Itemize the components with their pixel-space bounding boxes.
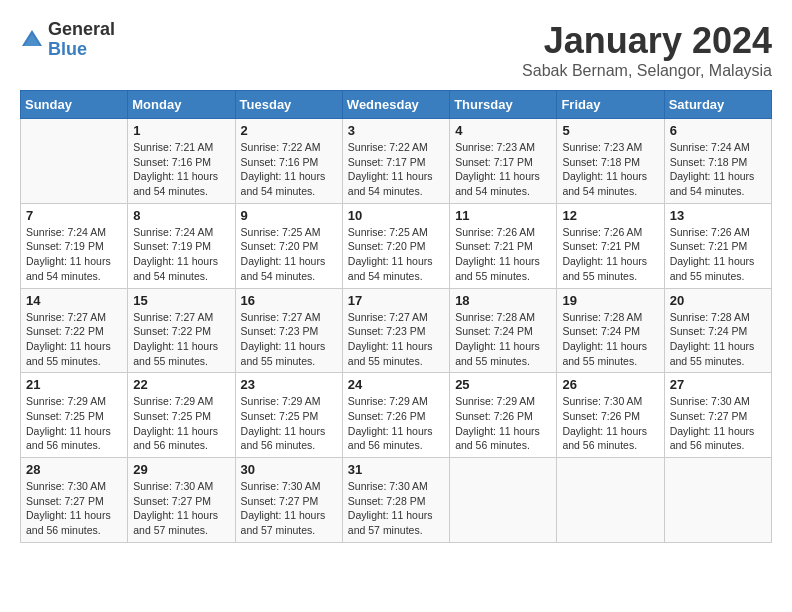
logo-general: General bbox=[48, 20, 115, 40]
day-info: Sunrise: 7:26 AM Sunset: 7:21 PM Dayligh… bbox=[670, 225, 766, 284]
day-info: Sunrise: 7:22 AM Sunset: 7:16 PM Dayligh… bbox=[241, 140, 337, 199]
calendar-cell: 17Sunrise: 7:27 AM Sunset: 7:23 PM Dayli… bbox=[342, 288, 449, 373]
day-header-saturday: Saturday bbox=[664, 91, 771, 119]
day-number: 5 bbox=[562, 123, 658, 138]
day-info: Sunrise: 7:24 AM Sunset: 7:19 PM Dayligh… bbox=[133, 225, 229, 284]
calendar-cell: 29Sunrise: 7:30 AM Sunset: 7:27 PM Dayli… bbox=[128, 458, 235, 543]
day-info: Sunrise: 7:30 AM Sunset: 7:27 PM Dayligh… bbox=[670, 394, 766, 453]
day-info: Sunrise: 7:24 AM Sunset: 7:18 PM Dayligh… bbox=[670, 140, 766, 199]
day-info: Sunrise: 7:30 AM Sunset: 7:28 PM Dayligh… bbox=[348, 479, 444, 538]
day-number: 1 bbox=[133, 123, 229, 138]
day-info: Sunrise: 7:27 AM Sunset: 7:22 PM Dayligh… bbox=[133, 310, 229, 369]
day-info: Sunrise: 7:27 AM Sunset: 7:23 PM Dayligh… bbox=[241, 310, 337, 369]
calendar-cell: 31Sunrise: 7:30 AM Sunset: 7:28 PM Dayli… bbox=[342, 458, 449, 543]
day-number: 29 bbox=[133, 462, 229, 477]
day-info: Sunrise: 7:29 AM Sunset: 7:25 PM Dayligh… bbox=[26, 394, 122, 453]
day-info: Sunrise: 7:29 AM Sunset: 7:25 PM Dayligh… bbox=[133, 394, 229, 453]
day-info: Sunrise: 7:21 AM Sunset: 7:16 PM Dayligh… bbox=[133, 140, 229, 199]
week-row-5: 28Sunrise: 7:30 AM Sunset: 7:27 PM Dayli… bbox=[21, 458, 772, 543]
day-header-friday: Friday bbox=[557, 91, 664, 119]
day-number: 18 bbox=[455, 293, 551, 308]
calendar-cell: 8Sunrise: 7:24 AM Sunset: 7:19 PM Daylig… bbox=[128, 203, 235, 288]
day-number: 8 bbox=[133, 208, 229, 223]
day-number: 14 bbox=[26, 293, 122, 308]
day-number: 3 bbox=[348, 123, 444, 138]
calendar-title: January 2024 bbox=[522, 20, 772, 62]
day-info: Sunrise: 7:30 AM Sunset: 7:26 PM Dayligh… bbox=[562, 394, 658, 453]
day-header-monday: Monday bbox=[128, 91, 235, 119]
day-number: 25 bbox=[455, 377, 551, 392]
day-info: Sunrise: 7:29 AM Sunset: 7:25 PM Dayligh… bbox=[241, 394, 337, 453]
calendar-cell: 25Sunrise: 7:29 AM Sunset: 7:26 PM Dayli… bbox=[450, 373, 557, 458]
day-number: 9 bbox=[241, 208, 337, 223]
day-info: Sunrise: 7:26 AM Sunset: 7:21 PM Dayligh… bbox=[455, 225, 551, 284]
calendar-cell: 28Sunrise: 7:30 AM Sunset: 7:27 PM Dayli… bbox=[21, 458, 128, 543]
calendar-cell: 20Sunrise: 7:28 AM Sunset: 7:24 PM Dayli… bbox=[664, 288, 771, 373]
calendar-cell: 11Sunrise: 7:26 AM Sunset: 7:21 PM Dayli… bbox=[450, 203, 557, 288]
day-number: 19 bbox=[562, 293, 658, 308]
day-info: Sunrise: 7:23 AM Sunset: 7:17 PM Dayligh… bbox=[455, 140, 551, 199]
day-info: Sunrise: 7:25 AM Sunset: 7:20 PM Dayligh… bbox=[348, 225, 444, 284]
day-number: 12 bbox=[562, 208, 658, 223]
day-header-thursday: Thursday bbox=[450, 91, 557, 119]
calendar-cell: 12Sunrise: 7:26 AM Sunset: 7:21 PM Dayli… bbox=[557, 203, 664, 288]
calendar-cell: 1Sunrise: 7:21 AM Sunset: 7:16 PM Daylig… bbox=[128, 119, 235, 204]
day-number: 7 bbox=[26, 208, 122, 223]
week-row-4: 21Sunrise: 7:29 AM Sunset: 7:25 PM Dayli… bbox=[21, 373, 772, 458]
calendar-cell: 18Sunrise: 7:28 AM Sunset: 7:24 PM Dayli… bbox=[450, 288, 557, 373]
calendar-cell: 16Sunrise: 7:27 AM Sunset: 7:23 PM Dayli… bbox=[235, 288, 342, 373]
day-info: Sunrise: 7:29 AM Sunset: 7:26 PM Dayligh… bbox=[455, 394, 551, 453]
calendar-cell: 24Sunrise: 7:29 AM Sunset: 7:26 PM Dayli… bbox=[342, 373, 449, 458]
day-info: Sunrise: 7:28 AM Sunset: 7:24 PM Dayligh… bbox=[562, 310, 658, 369]
day-number: 30 bbox=[241, 462, 337, 477]
day-number: 22 bbox=[133, 377, 229, 392]
calendar-cell: 6Sunrise: 7:24 AM Sunset: 7:18 PM Daylig… bbox=[664, 119, 771, 204]
day-info: Sunrise: 7:30 AM Sunset: 7:27 PM Dayligh… bbox=[241, 479, 337, 538]
calendar-cell: 10Sunrise: 7:25 AM Sunset: 7:20 PM Dayli… bbox=[342, 203, 449, 288]
page-header: General Blue January 2024 Sabak Bernam, … bbox=[20, 20, 772, 80]
day-number: 4 bbox=[455, 123, 551, 138]
calendar-cell: 13Sunrise: 7:26 AM Sunset: 7:21 PM Dayli… bbox=[664, 203, 771, 288]
calendar-cell: 21Sunrise: 7:29 AM Sunset: 7:25 PM Dayli… bbox=[21, 373, 128, 458]
day-number: 31 bbox=[348, 462, 444, 477]
day-number: 27 bbox=[670, 377, 766, 392]
day-info: Sunrise: 7:30 AM Sunset: 7:27 PM Dayligh… bbox=[26, 479, 122, 538]
day-number: 13 bbox=[670, 208, 766, 223]
day-info: Sunrise: 7:23 AM Sunset: 7:18 PM Dayligh… bbox=[562, 140, 658, 199]
calendar-cell: 19Sunrise: 7:28 AM Sunset: 7:24 PM Dayli… bbox=[557, 288, 664, 373]
calendar-header-row: SundayMondayTuesdayWednesdayThursdayFrid… bbox=[21, 91, 772, 119]
day-number: 16 bbox=[241, 293, 337, 308]
day-number: 15 bbox=[133, 293, 229, 308]
day-number: 21 bbox=[26, 377, 122, 392]
week-row-3: 14Sunrise: 7:27 AM Sunset: 7:22 PM Dayli… bbox=[21, 288, 772, 373]
day-number: 17 bbox=[348, 293, 444, 308]
calendar-cell: 3Sunrise: 7:22 AM Sunset: 7:17 PM Daylig… bbox=[342, 119, 449, 204]
calendar-cell: 22Sunrise: 7:29 AM Sunset: 7:25 PM Dayli… bbox=[128, 373, 235, 458]
day-number: 23 bbox=[241, 377, 337, 392]
day-number: 26 bbox=[562, 377, 658, 392]
day-info: Sunrise: 7:26 AM Sunset: 7:21 PM Dayligh… bbox=[562, 225, 658, 284]
calendar-cell: 26Sunrise: 7:30 AM Sunset: 7:26 PM Dayli… bbox=[557, 373, 664, 458]
day-info: Sunrise: 7:27 AM Sunset: 7:22 PM Dayligh… bbox=[26, 310, 122, 369]
day-number: 20 bbox=[670, 293, 766, 308]
day-number: 11 bbox=[455, 208, 551, 223]
day-number: 24 bbox=[348, 377, 444, 392]
calendar-cell: 5Sunrise: 7:23 AM Sunset: 7:18 PM Daylig… bbox=[557, 119, 664, 204]
calendar-cell: 14Sunrise: 7:27 AM Sunset: 7:22 PM Dayli… bbox=[21, 288, 128, 373]
calendar-cell: 7Sunrise: 7:24 AM Sunset: 7:19 PM Daylig… bbox=[21, 203, 128, 288]
calendar-cell bbox=[450, 458, 557, 543]
calendar-cell: 2Sunrise: 7:22 AM Sunset: 7:16 PM Daylig… bbox=[235, 119, 342, 204]
calendar-cell: 30Sunrise: 7:30 AM Sunset: 7:27 PM Dayli… bbox=[235, 458, 342, 543]
calendar-subtitle: Sabak Bernam, Selangor, Malaysia bbox=[522, 62, 772, 80]
calendar-cell: 15Sunrise: 7:27 AM Sunset: 7:22 PM Dayli… bbox=[128, 288, 235, 373]
calendar-cell: 4Sunrise: 7:23 AM Sunset: 7:17 PM Daylig… bbox=[450, 119, 557, 204]
logo: General Blue bbox=[20, 20, 115, 60]
day-number: 2 bbox=[241, 123, 337, 138]
day-header-wednesday: Wednesday bbox=[342, 91, 449, 119]
day-info: Sunrise: 7:27 AM Sunset: 7:23 PM Dayligh… bbox=[348, 310, 444, 369]
calendar-cell: 27Sunrise: 7:30 AM Sunset: 7:27 PM Dayli… bbox=[664, 373, 771, 458]
calendar-cell bbox=[557, 458, 664, 543]
day-info: Sunrise: 7:28 AM Sunset: 7:24 PM Dayligh… bbox=[670, 310, 766, 369]
logo-text: General Blue bbox=[48, 20, 115, 60]
day-info: Sunrise: 7:22 AM Sunset: 7:17 PM Dayligh… bbox=[348, 140, 444, 199]
